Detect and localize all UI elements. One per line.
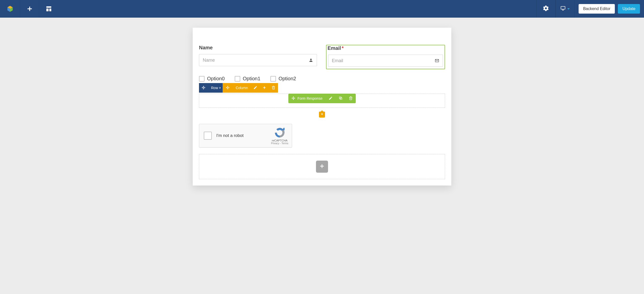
column-label[interactable]: Column xyxy=(233,83,251,93)
svg-point-11 xyxy=(310,59,312,60)
svg-rect-8 xyxy=(561,7,565,9)
column-edit-button[interactable] xyxy=(251,83,260,93)
wpbakery-logo[interactable] xyxy=(0,0,20,18)
templates-button[interactable] xyxy=(39,0,58,18)
settings-button[interactable] xyxy=(536,0,555,18)
email-label: Email* xyxy=(327,45,445,51)
required-mark: * xyxy=(342,45,344,51)
update-button[interactable]: Update xyxy=(618,4,640,14)
column-drag-handle[interactable] xyxy=(223,83,233,93)
form-response-controls: Form Response xyxy=(288,94,356,103)
editor-canvas: Name Email* xyxy=(193,28,451,186)
svg-rect-6 xyxy=(46,9,49,11)
add-element-below-button[interactable] xyxy=(319,112,325,118)
plus-icon xyxy=(262,86,266,90)
form-field-name[interactable]: Name xyxy=(199,45,317,69)
element-placeholder[interactable]: Form Response xyxy=(199,94,445,108)
checkbox-icon xyxy=(199,76,205,82)
form-response-edit[interactable] xyxy=(326,96,336,101)
name-label: Name xyxy=(199,45,317,51)
gear-icon xyxy=(543,5,549,13)
move-icon xyxy=(226,86,230,90)
move-icon xyxy=(291,96,295,101)
svg-rect-5 xyxy=(46,6,51,8)
add-section-button[interactable] xyxy=(316,161,328,173)
option-1[interactable]: Option1 xyxy=(235,76,260,82)
name-input[interactable] xyxy=(203,58,306,63)
pencil-icon xyxy=(253,86,257,90)
form-response-clone[interactable] xyxy=(336,96,346,101)
form-field-email[interactable]: Email* xyxy=(326,45,445,69)
backend-editor-button[interactable]: Backend Editor xyxy=(579,4,615,14)
recaptcha-checkbox[interactable] xyxy=(204,132,212,140)
checkbox-icon xyxy=(235,76,240,82)
envelope-icon xyxy=(435,58,439,63)
recaptcha-text: I'm not a robot xyxy=(216,133,271,138)
user-icon xyxy=(309,58,313,62)
copy-icon xyxy=(339,96,343,101)
svg-rect-7 xyxy=(49,9,51,11)
row-drag-handle[interactable] xyxy=(199,83,208,93)
recaptcha-widget[interactable]: I'm not a robot reCAPTCHA Privacy - Term… xyxy=(199,124,292,148)
form-response-delete[interactable] xyxy=(346,96,356,101)
option-0[interactable]: Option0 xyxy=(199,76,225,82)
column-delete-button[interactable] xyxy=(269,83,278,93)
form-response-drag[interactable]: Form Response xyxy=(288,96,326,101)
column-add-button[interactable] xyxy=(260,83,269,93)
responsive-preview-button[interactable] xyxy=(555,0,575,18)
form-checkboxes: Option0 Option1 Option2 xyxy=(199,76,445,82)
trash-icon xyxy=(271,86,275,90)
row-column-controls: Row Column xyxy=(199,83,445,93)
row-label[interactable]: Row xyxy=(208,83,223,93)
recaptcha-logo-icon xyxy=(274,127,286,138)
email-input[interactable] xyxy=(332,58,432,63)
add-element-button[interactable] xyxy=(20,0,39,18)
empty-section[interactable] xyxy=(199,154,445,179)
trash-icon xyxy=(349,96,353,101)
topbar: Backend Editor Update xyxy=(0,0,644,18)
move-icon xyxy=(202,86,206,90)
desktop-icon xyxy=(560,6,566,12)
pencil-icon xyxy=(329,96,333,101)
checkbox-icon xyxy=(270,76,276,82)
caret-down-icon xyxy=(567,8,570,10)
option-2[interactable]: Option2 xyxy=(270,76,296,82)
recaptcha-brand: reCAPTCHA Privacy - Terms xyxy=(271,127,288,145)
plus-icon xyxy=(320,112,324,117)
plus-icon xyxy=(319,163,325,170)
